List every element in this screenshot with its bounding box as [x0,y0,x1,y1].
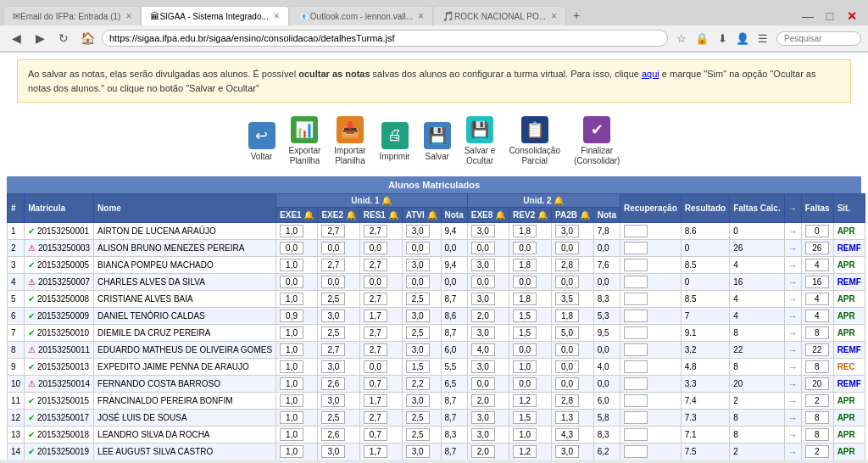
tab-outlook[interactable]: 📧 Outlook.com - lennon.vall... × [289,6,433,25]
tab-rock[interactable]: 🎵 ROCK NACIONAL PO... × [433,6,566,25]
input-rec[interactable] [624,343,648,356]
input-rev2[interactable] [513,377,537,390]
tab-email-close[interactable]: × [125,10,131,22]
input-exe1[interactable] [280,445,303,458]
maximize-button[interactable]: □ [821,7,839,25]
cell-faltas[interactable] [801,376,833,393]
cell-pa2b[interactable] [552,342,594,359]
tab-outlook-close[interactable]: × [418,10,424,22]
cell-res1[interactable] [359,342,402,359]
cell-atvi[interactable] [402,393,441,410]
input-exe1[interactable] [280,428,303,441]
cell-res1[interactable] [359,376,402,393]
cell-exe1[interactable] [276,291,318,308]
input-atvi[interactable] [406,411,430,424]
input-rec[interactable] [624,445,648,458]
cell-faltas[interactable] [801,393,833,410]
cell-rec[interactable] [620,342,681,359]
cell-rev2[interactable] [509,325,552,342]
input-faltas[interactable] [805,360,829,373]
finalizar-button[interactable]: ✔ Finalizar(Consolidar) [574,116,620,166]
input-pa2b[interactable] [555,377,579,390]
input-res1[interactable] [364,225,387,237]
input-exe1[interactable] [280,411,303,424]
cell-pa2b[interactable] [552,274,594,291]
input-pa2b[interactable] [555,343,579,356]
tab-email[interactable]: ✉ Email do IFPa: Entrada (1) × [3,6,141,25]
cell-faltas[interactable] [801,223,833,240]
input-pa2b[interactable] [555,445,579,458]
cell-exe2[interactable] [318,325,359,342]
cell-pa2b[interactable] [552,376,594,393]
input-exe1[interactable] [280,343,303,356]
input-res1[interactable] [364,310,387,322]
cell-rec[interactable] [620,359,681,376]
exportar-button[interactable]: 📊 ExportarPlanilha [289,116,321,166]
input-exe2[interactable] [321,343,345,356]
reload-button[interactable]: ↻ [54,29,73,47]
cell-rec[interactable] [620,274,681,291]
input-atvi[interactable] [406,445,430,458]
input-exe1[interactable] [280,377,303,390]
cell-rec[interactable] [620,223,681,240]
cell-rev2[interactable] [509,342,552,359]
cell-atvi[interactable] [402,274,441,291]
cell-exe1[interactable] [276,274,318,291]
cell-exe2[interactable] [318,257,359,274]
cell-exe1[interactable] [276,257,318,274]
input-exe8[interactable] [471,293,495,305]
cell-faltas[interactable] [801,427,833,443]
salvar-ocultar-button[interactable]: 💾 Salvar eOcultar [465,116,496,166]
imprimir-button[interactable]: 🖨 Imprimir [380,122,410,161]
cell-atvi[interactable] [402,223,441,240]
input-exe2[interactable] [321,411,345,424]
input-faltas[interactable] [805,259,829,271]
cell-exe2[interactable] [318,240,359,257]
input-faltas[interactable] [805,310,829,322]
input-exe1[interactable] [280,242,303,254]
cell-exe2[interactable] [318,427,359,443]
input-atvi[interactable] [406,326,430,339]
cell-exe2[interactable] [318,223,359,240]
cell-exe2[interactable] [318,359,359,376]
cell-rev2[interactable] [509,359,552,376]
info-link[interactable]: aqui [642,69,659,79]
cell-res1[interactable] [359,240,402,257]
input-exe2[interactable] [321,276,345,288]
cell-pa2b[interactable] [552,427,594,443]
input-res1[interactable] [364,326,387,339]
cell-exe2[interactable] [318,410,359,427]
cell-exe2[interactable] [318,443,359,460]
input-rev2[interactable] [513,310,537,322]
input-rev2[interactable] [513,343,537,356]
back-button[interactable]: ◀ [7,29,25,47]
new-tab-button[interactable]: + [566,5,587,25]
input-atvi[interactable] [406,343,430,356]
input-exe8[interactable] [471,326,495,339]
input-faltas[interactable] [805,276,829,288]
cell-exe1[interactable] [276,359,318,376]
cell-atvi[interactable] [402,443,441,460]
cell-exe8[interactable] [467,308,509,325]
input-exe1[interactable] [280,276,303,288]
cell-rec[interactable] [620,240,681,257]
input-rev2[interactable] [513,445,537,458]
importar-button[interactable]: 📥 ImportarPlanilha [334,116,365,166]
cell-res1[interactable] [359,427,402,443]
input-rec[interactable] [624,360,648,373]
cell-res1[interactable] [359,308,402,325]
cell-rec[interactable] [620,393,681,410]
cell-exe8[interactable] [467,342,509,359]
cell-atvi[interactable] [402,427,441,443]
input-rec[interactable] [624,276,648,288]
input-pa2b[interactable] [555,242,579,254]
input-exe2[interactable] [321,360,345,373]
cell-rev2[interactable] [509,376,552,393]
cell-rec[interactable] [620,376,681,393]
input-exe1[interactable] [280,394,303,407]
cell-rev2[interactable] [509,274,552,291]
input-faltas[interactable] [805,343,829,356]
cell-exe2[interactable] [318,274,359,291]
input-atvi[interactable] [406,276,430,288]
cell-rec[interactable] [620,308,681,325]
